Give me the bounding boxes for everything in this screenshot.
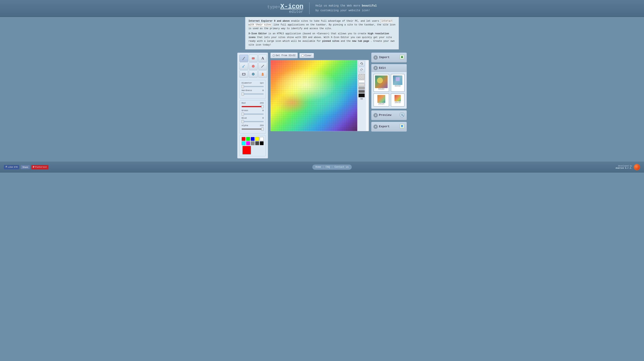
swatch-gray1[interactable] <box>251 141 254 145</box>
header-logo: type=X-icon editor <box>267 3 303 14</box>
swatch-cyan[interactable] <box>242 141 246 145</box>
preview-icon <box>400 112 404 118</box>
export-header[interactable]: 4 Export <box>372 122 406 132</box>
edit-num: 2 <box>374 66 378 70</box>
tagline1-bold: beautiful <box>362 4 377 7</box>
diameter-slider[interactable] <box>242 86 264 87</box>
line-tool[interactable] <box>258 63 267 70</box>
svg-rect-10 <box>242 73 245 75</box>
clear-button[interactable]: Clear <box>299 53 314 58</box>
smudge-tool[interactable] <box>249 63 258 70</box>
tools-panel: A <box>237 52 268 158</box>
swatch-blue[interactable] <box>251 137 254 141</box>
clear-checkbox[interactable] <box>302 54 304 57</box>
swatch-black[interactable] <box>260 141 264 145</box>
swatch-yellow[interactable] <box>255 137 259 141</box>
icon-preview-64[interactable]: 64x64 <box>374 74 389 92</box>
svg-rect-13 <box>262 75 264 76</box>
hardness-slider[interactable] <box>242 94 264 94</box>
info-bar: Internet Explorer 9 and above enable sit… <box>245 17 399 50</box>
nav-home[interactable]: Home <box>316 166 321 168</box>
info-text1: enable sites to take full advantage of t… <box>291 20 380 22</box>
like-count: 370 <box>14 166 18 168</box>
fill-tool[interactable] <box>258 70 267 78</box>
edit-content: 64x64 32x32 24x24 16x16 <box>372 72 406 108</box>
text-tool-label: A <box>262 56 264 60</box>
credit-text: developed by Avarice S.r.l. <box>616 165 632 169</box>
icon-preview-32[interactable]: 32x32 <box>391 74 404 92</box>
red-row: Red 255 <box>242 102 264 108</box>
avarice-logo <box>634 164 640 170</box>
alpha-slider[interactable] <box>242 128 264 130</box>
hardness-label: Hardness <box>242 89 252 92</box>
green-slider[interactable] <box>242 114 264 115</box>
nav-faq[interactable]: FAQ <box>326 166 330 168</box>
icon-32-img <box>393 76 402 85</box>
eyedropper-tool[interactable] <box>240 63 248 70</box>
right-panel: 1 Import 2 Edit 64x64 <box>371 52 407 158</box>
swatch-magenta[interactable] <box>246 141 250 145</box>
blue-value: 0 <box>262 117 264 119</box>
clear-label: Clear <box>305 54 312 57</box>
share-button[interactable]: Share <box>21 165 30 169</box>
active-color-swatch[interactable] <box>242 146 251 154</box>
redo-button[interactable] <box>358 67 365 72</box>
rect-tool[interactable] <box>240 70 248 78</box>
preview-header[interactable]: 3 Preview <box>372 110 406 120</box>
export-section: 4 Export <box>371 122 407 132</box>
circle-tool[interactable] <box>249 70 258 78</box>
swatch-white[interactable] <box>260 137 264 141</box>
pinterest-button[interactable]: P Pinterest <box>31 165 48 170</box>
logo-type: type= <box>267 5 280 10</box>
tagline2: by customizing your website icon! <box>316 9 370 12</box>
icon-16-label: 16x16 <box>395 101 401 104</box>
hardness-row: Hardness 0 <box>242 89 264 96</box>
info-app-name: X-Icon Editor <box>248 32 267 35</box>
export-label: Export <box>379 125 398 128</box>
text-tool[interactable]: A <box>258 55 267 62</box>
share-label: Share <box>22 166 28 168</box>
svg-line-7 <box>244 65 245 66</box>
swatch-lime[interactable] <box>246 137 250 141</box>
icon-24-img <box>377 95 385 103</box>
pencil-tool[interactable] <box>240 55 248 62</box>
svg-marker-12 <box>262 72 264 75</box>
pixel-canvas[interactable] <box>270 60 357 131</box>
preview-section: 3 Preview <box>371 110 407 120</box>
main-content: A <box>0 50 644 162</box>
hardness-value: 0 <box>262 89 264 92</box>
nav-contact[interactable]: Contact us <box>334 166 348 168</box>
get-from-32-button[interactable]: ⬡ Get from 32x32 <box>270 52 298 58</box>
pinterest-icon: P <box>33 166 34 169</box>
eraser-tool[interactable] <box>249 55 258 62</box>
tool-grid: A <box>240 55 266 78</box>
preview-label: Preview <box>379 114 398 117</box>
get-from-32-icon: ⬡ <box>272 54 275 57</box>
icon-64-img <box>375 76 388 88</box>
footer-nav: Home | FAQ | Contact us <box>312 164 352 170</box>
blue-row: Blue 0 <box>242 117 264 123</box>
color-sliders-section: Red 255 Green 0 Blue 0 <box>240 100 266 134</box>
icon-preview-16[interactable]: 16x16 <box>391 94 404 106</box>
icon-grid: 64x64 32x32 24x24 16x16 <box>374 74 404 106</box>
icon-24-label: 24x24 <box>378 103 384 105</box>
diameter-row: Diameter 1px <box>242 82 264 88</box>
svg-point-11 <box>252 73 254 75</box>
undo-button[interactable] <box>358 61 365 66</box>
info-ie9: Internet Explorer 9 and above <box>248 20 290 22</box>
red-value: 255 <box>260 102 264 104</box>
export-icon <box>400 124 404 130</box>
red-slider[interactable] <box>242 106 264 107</box>
edit-section: 2 Edit 64x64 32x32 <box>371 64 407 109</box>
swatch-red[interactable] <box>242 137 246 141</box>
scale-white <box>358 80 365 83</box>
like-label: Like <box>8 166 13 168</box>
svg-line-2 <box>245 57 245 57</box>
icon-preview-24[interactable]: 24x24 <box>374 94 389 106</box>
blue-slider[interactable] <box>242 121 264 122</box>
facebook-like[interactable]: f Like 370 <box>4 165 19 169</box>
swatch-gray2[interactable] <box>255 141 259 145</box>
icon-32-label: 32x32 <box>395 85 401 87</box>
icon-16-img <box>394 95 401 101</box>
footer-social: f Like 370 Share P Pinterest <box>4 165 48 170</box>
